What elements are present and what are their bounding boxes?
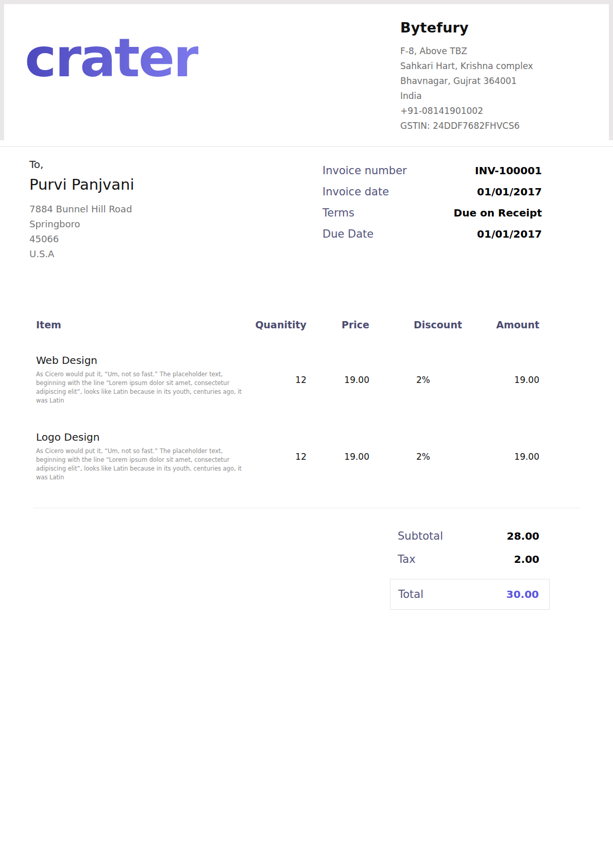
items-table-header: Item Quanitity Price Discount Amount [36, 319, 539, 330]
due-date-row: Due Date 01/01/2017 [322, 228, 542, 240]
terms-row: Terms Due on Receipt [322, 207, 542, 219]
total-box: Total 30.00 [390, 579, 550, 610]
invoice-date-row: Invoice date 01/01/2017 [322, 186, 542, 198]
company-address-line: Sahkari Hart, Krishna complex [400, 59, 578, 74]
company-address-line: India [400, 89, 578, 104]
company-name: Bytefury [400, 20, 578, 36]
column-header-quantity: Quanitity [242, 319, 306, 330]
company-phone: +91-08141901002 [400, 104, 578, 119]
recipient-address-line: U.S.A [29, 246, 322, 261]
invoice-number-label: Invoice number [322, 164, 407, 177]
item-quantity: 12 [242, 452, 306, 462]
column-header-item: Item [36, 319, 242, 330]
tax-label: Tax [398, 553, 416, 565]
invoice-number-value: INV-100001 [475, 164, 542, 177]
item-name: Logo Design [36, 431, 242, 443]
table-row: Logo Design As Cicero would put it, “Um,… [36, 431, 539, 482]
terms-value: Due on Receipt [454, 207, 542, 219]
item-cell: Web Design As Cicero would put it, “Um, … [36, 354, 242, 405]
item-price: 19.00 [306, 452, 369, 462]
header-card: crater Bytefury F-8, Above TBZ Sahkari H… [4, 4, 609, 140]
due-date-label: Due Date [322, 228, 373, 240]
subtotal-row: Subtotal 28.00 [390, 530, 550, 542]
item-discount: 2% [369, 452, 462, 462]
invoice-date-value: 01/01/2017 [477, 186, 542, 198]
tax-value: 2.00 [514, 553, 539, 565]
item-amount: 19.00 [462, 452, 539, 462]
subtotal-label: Subtotal [398, 530, 443, 542]
company-address-line: F-8, Above TBZ [400, 44, 578, 59]
totals-section: Subtotal 28.00 Tax 2.00 Total 30.00 [390, 530, 550, 610]
total-label: Total [398, 588, 423, 600]
items-table: Item Quanitity Price Discount Amount Web… [36, 319, 539, 482]
info-section: To, Purvi Panjvani 7884 Bunnel Hill Road… [0, 147, 613, 261]
recipient-address-line: Springboro [29, 216, 322, 231]
invoice-number-row: Invoice number INV-100001 [322, 164, 542, 177]
subtotal-value: 28.00 [507, 530, 539, 542]
crater-logo: crater [25, 31, 198, 140]
item-amount: 19.00 [462, 375, 539, 385]
item-cell: Logo Design As Cicero would put it, “Um,… [36, 431, 242, 482]
header-band: crater Bytefury F-8, Above TBZ Sahkari H… [0, 0, 613, 140]
due-date-value: 01/01/2017 [477, 228, 542, 240]
company-address-line: Bhavnagar, Gujrat 364001 [400, 74, 578, 89]
item-price: 19.00 [306, 375, 369, 385]
total-value: 30.00 [506, 588, 539, 600]
company-gstin: GSTIN: 24DDF7682FHVCS6 [400, 119, 578, 133]
table-row: Web Design As Cicero would put it, “Um, … [36, 354, 539, 405]
recipient-block: To, Purvi Panjvani 7884 Bunnel Hill Road… [29, 158, 322, 261]
tax-row: Tax 2.00 [390, 553, 550, 565]
invoice-meta: Invoice number INV-100001 Invoice date 0… [322, 164, 542, 261]
to-label: To, [29, 158, 322, 171]
column-header-discount: Discount [369, 319, 462, 330]
item-description: As Cicero would put it, “Um, not so fast… [36, 370, 242, 405]
item-quantity: 12 [242, 375, 306, 385]
column-header-price: Price [306, 319, 369, 330]
items-divider [33, 508, 580, 508]
column-header-amount: Amount [462, 319, 539, 330]
company-info: Bytefury F-8, Above TBZ Sahkari Hart, Kr… [400, 20, 609, 140]
recipient-address-line: 45066 [29, 231, 322, 246]
invoice-date-label: Invoice date [322, 186, 389, 198]
recipient-name: Purvi Panjvani [29, 176, 322, 193]
recipient-address-line: 7884 Bunnel Hill Road [29, 202, 322, 216]
header-divider [0, 140, 613, 147]
terms-label: Terms [322, 207, 354, 219]
item-name: Web Design [36, 354, 242, 366]
item-description: As Cicero would put it, “Um, not so fast… [36, 447, 242, 482]
item-discount: 2% [369, 375, 462, 385]
